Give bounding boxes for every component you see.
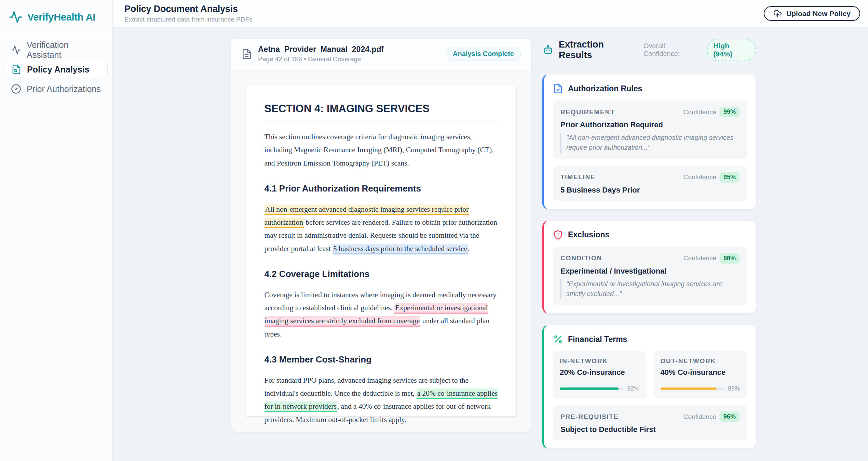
file-icon — [241, 49, 252, 60]
meter-label: IN-NETWORK — [560, 357, 640, 365]
meter-value: 20% Co-insurance — [560, 368, 640, 377]
document-paragraph: All non-emergent advanced diagnostic ima… — [265, 203, 498, 255]
page-title: Policy Document Analysis — [124, 4, 253, 14]
sidebar-item-prior-authorizations[interactable]: Prior Authorizations — [5, 80, 108, 97]
highlight-timeline: 5 business days prior to the scheduled s… — [333, 244, 468, 254]
document-heading: 4.3 Member Cost-Sharing — [265, 354, 498, 365]
app-root: VerifyHealth AI Verification Assistant P… — [0, 0, 868, 461]
file-check-icon — [553, 83, 563, 94]
progress-percent: 88% — [728, 385, 740, 392]
confidence-badge: 98% — [720, 253, 740, 264]
field-label: CONDITION — [560, 254, 602, 262]
sidebar-item-label: Verification Assistant — [27, 40, 101, 60]
activity-pulse-icon — [9, 10, 23, 24]
confidence-badge: 95% — [720, 172, 740, 183]
card-authorization-rules: Authorization Rules REQUIREMENT Confiden… — [542, 74, 756, 209]
card-header: Exclusions — [553, 230, 747, 240]
confidence-word: Confidence — [683, 413, 716, 421]
document-titles: Aetna_Provider_Manual_2024.pdf Page 42 o… — [258, 45, 384, 63]
document-header: Aetna_Provider_Manual_2024.pdf Page 42 o… — [231, 39, 531, 69]
document-body: SECTION 4: IMAGING SERVICES This section… — [231, 69, 531, 432]
card-title: Financial Terms — [568, 335, 627, 344]
extraction-panel-header: Extraction Results Overall Confidence: H… — [542, 39, 756, 61]
field-value: Subject to Deductible First — [560, 425, 740, 434]
extraction-panel: Extraction Results Overall Confidence: H… — [542, 39, 756, 461]
page-subtitle: Extract structured data from insurance P… — [124, 16, 253, 23]
analysis-status-badge: Analysis Complete — [446, 47, 521, 61]
circle-check-icon — [11, 84, 21, 94]
pdf-page: SECTION 4: IMAGING SERVICES This section… — [246, 86, 517, 417]
document-paragraph: For standard PPO plans, advanced imaging… — [265, 374, 498, 426]
field-quote: "All non-emergent advanced diagnostic im… — [560, 133, 740, 153]
confidence-word: Confidence — [683, 173, 716, 181]
document-filename: Aetna_Provider_Manual_2024.pdf — [258, 45, 384, 54]
activity-icon — [11, 45, 21, 55]
progress-track — [560, 387, 623, 390]
field-value: Experimental / Investigational — [560, 267, 740, 276]
field-value: 5 Business Days Prior — [560, 186, 740, 195]
sidebar-item-policy-analysis[interactable]: Policy Analysis — [5, 61, 108, 78]
brand-logo: VerifyHealth AI — [0, 0, 112, 33]
progress-percent: 92% — [627, 385, 639, 392]
extraction-title: Extraction Results — [559, 39, 639, 61]
document-heading: 4.1 Prior Authorization Requirements — [265, 183, 498, 194]
field-requirement: REQUIREMENT Confidence99% Prior Authoriz… — [553, 101, 747, 159]
field-label: TIMELINE — [560, 173, 595, 181]
sidebar-nav: Verification Assistant Policy Analysis P… — [0, 33, 112, 108]
shield-alert-icon — [553, 230, 563, 240]
upload-new-policy-button[interactable]: Upload New Policy — [764, 6, 860, 21]
document-paragraph: Coverage is limited to instances where i… — [265, 288, 498, 341]
page-header-titles: Policy Document Analysis Extract structu… — [124, 4, 253, 23]
field-pre-requisite: PRE-REQUISITE Confidence96% Subject to D… — [553, 405, 747, 440]
field-condition: CONDITION Confidence98% Experimental / I… — [553, 247, 747, 305]
upload-button-label: Upload New Policy — [786, 10, 851, 18]
field-label: PRE-REQUISITE — [560, 413, 619, 421]
overall-confidence-label: Overall Confidence: — [643, 42, 703, 58]
confidence-word: Confidence — [683, 108, 716, 116]
field-timeline: TIMELINE Confidence95% 5 Business Days P… — [553, 166, 747, 201]
card-header: Financial Terms — [553, 334, 747, 344]
document-paragraph: This section outlines coverage criteria … — [265, 130, 498, 170]
sidebar-item-label: Policy Analysis — [27, 65, 90, 75]
confidence-badge: 99% — [720, 107, 740, 117]
card-exclusions: Exclusions CONDITION Confidence98% Exper… — [542, 221, 756, 314]
meter-label: OUT-NETWORK — [661, 357, 741, 365]
meter-in-network: IN-NETWORK 20% Co-insurance 92% — [553, 351, 647, 398]
field-label: REQUIREMENT — [560, 108, 615, 116]
brand-name: VerifyHealth AI — [27, 12, 95, 23]
card-financial-terms: Financial Terms IN-NETWORK 20% Co-insura… — [542, 325, 756, 449]
confidence-word: Confidence — [683, 254, 716, 262]
page-header: Policy Document Analysis Extract structu… — [113, 0, 868, 28]
file-search-icon — [11, 64, 22, 75]
progress-fill — [560, 387, 619, 390]
card-title: Exclusions — [568, 230, 609, 239]
meter-value: 40% Co-insurance — [661, 368, 741, 377]
progress-fill — [661, 387, 717, 390]
meter-out-network: OUT-NETWORK 40% Co-insurance 88% — [654, 351, 747, 398]
field-value: Prior Authorization Required — [560, 120, 740, 129]
document-viewer-card: Aetna_Provider_Manual_2024.pdf Page 42 o… — [231, 39, 531, 432]
field-quote: "Experimental or investigational imaging… — [560, 279, 740, 299]
card-title: Authorization Rules — [568, 84, 642, 93]
document-heading: 4.2 Coverage Limitations — [265, 269, 498, 279]
overall-confidence-badge: High (94%) — [707, 39, 756, 61]
card-header: Authorization Rules — [553, 83, 747, 94]
confidence-badge: 96% — [720, 411, 740, 422]
progress-track — [661, 387, 724, 390]
percent-icon — [553, 334, 563, 344]
overall-confidence: Overall Confidence: High (94%) — [643, 39, 756, 61]
document-section-title: SECTION 4: IMAGING SERVICES — [265, 103, 498, 121]
sidebar: VerifyHealth AI Verification Assistant P… — [0, 0, 113, 461]
sidebar-item-label: Prior Authorizations — [27, 84, 101, 94]
document-meta: Page 42 of 156 • General Coverage — [258, 55, 384, 63]
robot-icon — [542, 44, 554, 56]
sidebar-item-verification-assistant[interactable]: Verification Assistant — [5, 41, 108, 58]
main-content: Aetna_Provider_Manual_2024.pdf Page 42 o… — [113, 28, 868, 461]
coinsurance-meters: IN-NETWORK 20% Co-insurance 92% OUT-NETW… — [553, 351, 747, 398]
upload-cloud-icon — [773, 9, 782, 18]
